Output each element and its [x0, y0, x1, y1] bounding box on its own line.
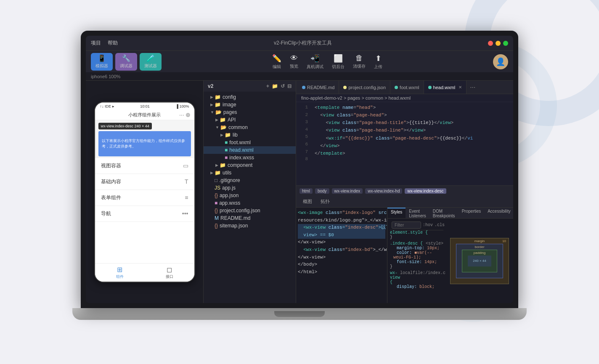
- folder-icon-utils: 📁: [215, 170, 221, 176]
- phone-tab-interface[interactable]: ◻ 接口: [145, 264, 194, 282]
- phone-frame: ↑↓ IDE ▸ 10:01 ▐ 100% 小程序组件展示 ··· ⊕ wx-v…: [94, 102, 195, 282]
- tab-dot-foot-wxml: [395, 86, 398, 89]
- tree-item-app-json[interactable]: ▶ {} app.json: [204, 192, 296, 199]
- tab-more-button[interactable]: ···: [466, 84, 479, 91]
- device-debug-action[interactable]: 📲 真机调试: [307, 54, 323, 70]
- style-rule-element: element.style { }: [390, 230, 443, 240]
- tab-close-head-wxml[interactable]: ✕: [459, 85, 462, 90]
- tab-project-config[interactable]: project.config.json: [339, 81, 390, 94]
- phone-battery: ▐ 100%: [176, 104, 189, 108]
- tab-label-foot-wxml: foot.wxml: [400, 85, 419, 90]
- rule-prop-font-size: font-size: 14px;: [390, 260, 443, 264]
- phone-menu-item-1[interactable]: 基础内容 T: [95, 174, 194, 190]
- menu-item-help[interactable]: 帮助: [108, 40, 118, 47]
- path-wx-view-index[interactable]: wx-view.index: [332, 188, 363, 194]
- user-avatar[interactable]: 👤: [493, 54, 508, 69]
- html-line-3: view> == $0: [298, 232, 385, 239]
- tree-item-index-wxss[interactable]: ▶ ■ index.wxss: [204, 154, 296, 161]
- tree-item-project-config[interactable]: ▶ {} project.config.json: [204, 207, 296, 214]
- tester-button[interactable]: 🧪 测试器: [140, 53, 162, 71]
- phone-menu-item-2[interactable]: 表单组件 ≡: [95, 190, 194, 206]
- tree-item-head-wxml[interactable]: ▶ ■ head.wxml: [204, 146, 296, 154]
- folder-icon-api: 📁: [220, 117, 226, 123]
- tree-item-component[interactable]: ▶ 📁 component: [204, 161, 296, 169]
- phone-tab-component[interactable]: ⊞ 组件: [95, 264, 145, 282]
- laptop-screen-shell: 项目 帮助 v2-FinClip小程序开发工具 📱 模拟器: [81, 31, 518, 308]
- phone-tab-component-label: 组件: [116, 274, 124, 280]
- path-wx-view-index-hd[interactable]: wx-view.index-hd: [365, 188, 402, 194]
- simulator-icon: 📱: [98, 54, 106, 62]
- phone-menu-icon-1: T: [185, 178, 188, 185]
- clear-cache-action[interactable]: 🗑 清缓存: [353, 54, 366, 69]
- code-editor[interactable]: 1 2 3 4 5 6 7 8 <template name="head"> <…: [296, 102, 513, 185]
- panel-tab-map[interactable]: 概图: [300, 198, 315, 206]
- simulator-button[interactable]: 📱 模拟器: [91, 53, 113, 71]
- tree-item-lib[interactable]: ▶ 📁 lib: [204, 131, 296, 139]
- menu-item-project[interactable]: 项目: [91, 40, 101, 47]
- tree-item-sitemap[interactable]: ▶ {} sitemap.json: [204, 222, 296, 229]
- tab-readme[interactable]: README.md: [298, 81, 339, 94]
- tree-item-app-wxss[interactable]: ▶ ■ app.wxss: [204, 199, 296, 207]
- tree-item-pages[interactable]: ▼ 📂 pages: [204, 108, 296, 116]
- rule-prop-margin-top: margin-top: 10px;: [390, 246, 443, 251]
- phone-menu-item-0[interactable]: 视图容器 ▭: [95, 158, 194, 174]
- tree-item-api[interactable]: ▶ 📁 API: [204, 116, 296, 124]
- filter-hov[interactable]: :hov: [423, 223, 433, 227]
- minimize-button[interactable]: [496, 41, 501, 46]
- styles-tabs: Styles Event Listeners DOM Breakpoints P…: [387, 208, 513, 219]
- phone-menu-icon-2: ≡: [185, 194, 188, 201]
- panel-tab-nav[interactable]: 拓扑: [317, 198, 333, 206]
- maximize-button[interactable]: [503, 41, 508, 46]
- tree-item-readme[interactable]: ▶ M README.md: [204, 214, 296, 222]
- tree-item-common[interactable]: ▼ 📂 common: [204, 124, 296, 131]
- upload-action[interactable]: ⬆ 上传: [374, 54, 382, 70]
- tree-item-app-js[interactable]: ▶ JS app.js: [204, 184, 296, 192]
- debugger-button[interactable]: 🔧 调试器: [115, 53, 137, 71]
- styles-tab-styles[interactable]: Styles: [387, 208, 406, 218]
- phone-title-dots[interactable]: ··· ⊕: [179, 111, 191, 118]
- tester-label: 测试器: [144, 63, 157, 69]
- phone-menu-item-3[interactable]: 导航 •••: [95, 206, 194, 222]
- phone-menu-label-2: 表单组件: [101, 194, 121, 201]
- code-line-3: <view class="page-head-title">{{title}}<…: [315, 119, 510, 127]
- phone-tab-interface-label: 接口: [166, 274, 173, 280]
- file-icon-sitemap: {}: [215, 223, 218, 229]
- close-button[interactable]: [488, 41, 493, 46]
- path-wx-view-index-desc[interactable]: wx-view.index-desc: [405, 188, 446, 194]
- tree-item-utils[interactable]: ▶ 📁 utils: [204, 169, 296, 177]
- tab-foot-wxml[interactable]: foot.wxml: [390, 81, 424, 94]
- path-body[interactable]: body: [315, 188, 329, 194]
- styles-tab-accessibility[interactable]: Accessibility: [484, 208, 513, 218]
- element-path-bar: html body wx-view.index wx-view.index-hd…: [296, 186, 513, 196]
- tree-arrow-component: ▶: [215, 163, 218, 167]
- path-html[interactable]: html: [300, 188, 313, 194]
- tab-dot-head-wxml: [428, 86, 432, 89]
- device-debug-icon: 📲: [310, 54, 320, 63]
- background-label: 切后台: [332, 64, 345, 70]
- styles-tab-dom-breakpoints[interactable]: DOM Breakpoints: [429, 208, 459, 218]
- tree-item-config[interactable]: ▶ 📁 config: [204, 93, 296, 101]
- tab-label-project-config: project.config.json: [348, 85, 386, 90]
- background-action[interactable]: ⬜ 切后台: [332, 54, 345, 70]
- filetree-icon-refresh[interactable]: ↺: [281, 83, 285, 89]
- filetree-icon-collapse[interactable]: ⊟: [287, 83, 292, 89]
- styles-tab-properties[interactable]: Properties: [459, 208, 485, 218]
- tab-head-wxml[interactable]: head.wxml ✕: [424, 81, 467, 94]
- styles-tab-event-listeners[interactable]: Event Listeners: [406, 208, 429, 218]
- filetree-icon-new-file[interactable]: +: [266, 83, 269, 89]
- breadcrumb: fino-applet-demo-v2 > pages > common > h…: [296, 94, 513, 102]
- tree-item-gitignore[interactable]: ▶ □ .gitignore: [204, 177, 296, 184]
- html-line-8: </html>: [298, 269, 385, 276]
- edit-action[interactable]: ✏️ 编辑: [272, 54, 281, 70]
- bottom-section: html body wx-view.index wx-view.index-hd…: [296, 185, 513, 303]
- filetree-icon-new-folder[interactable]: 📁: [272, 83, 278, 89]
- preview-action[interactable]: 👁 预览: [290, 54, 298, 69]
- tree-item-foot-wxml[interactable]: ▶ ■ foot.wxml: [204, 139, 296, 146]
- device-label: iphone6 100%: [91, 74, 120, 79]
- filter-input[interactable]: [392, 222, 421, 229]
- folder-icon-lib: 📁: [225, 132, 231, 138]
- filter-cls[interactable]: .cls: [435, 223, 445, 227]
- rule-selector-wx-view: wx-view {: [390, 271, 400, 285]
- tree-item-image[interactable]: ▶ 📁 image: [204, 101, 296, 108]
- code-line-5: <wx:if="{{desc}}" class="page-head-desc"…: [315, 135, 510, 142]
